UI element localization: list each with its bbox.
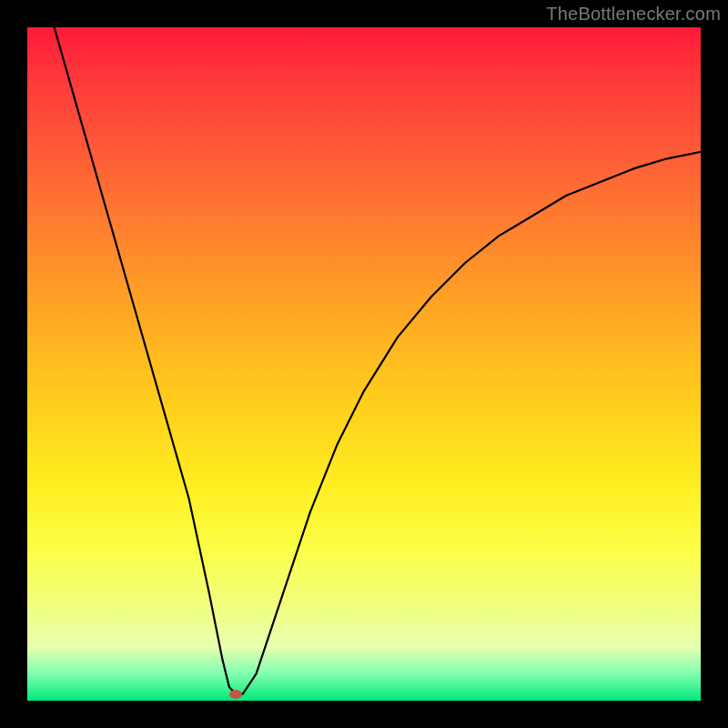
optimum-marker	[229, 690, 242, 699]
watermark-text: TheBottlenecker.com	[546, 4, 721, 25]
plot-area	[27, 27, 701, 701]
bottleneck-curve	[27, 27, 701, 701]
chart-frame: TheBottlenecker.com	[0, 0, 728, 728]
